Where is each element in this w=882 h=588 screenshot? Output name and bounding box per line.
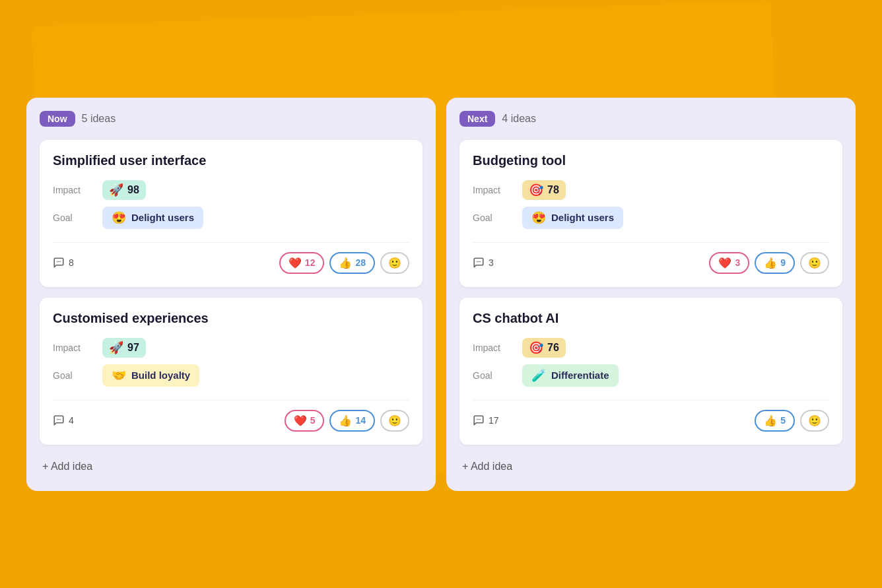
thumbs-button-card-sui[interactable]: 👍28: [329, 252, 375, 274]
column-count-now: 5 ideas: [82, 113, 116, 125]
heart-button-card-sui[interactable]: ❤️12: [279, 252, 325, 274]
goal-row-card-bt: Goal😍 Delight users: [473, 207, 829, 229]
emoji-button-card-ce[interactable]: 🙂: [380, 410, 409, 432]
card-footer-card-ce: 4❤️5👍14🙂: [53, 400, 409, 432]
goal-label-card-ce: Goal: [53, 370, 89, 381]
reactions-card-ce: ❤️5👍14🙂: [285, 410, 409, 432]
goal-row-card-cs: Goal🧪 Differentiate: [473, 364, 829, 387]
goal-row-card-ce: Goal🤝 Build loyalty: [53, 364, 409, 387]
card-title-card-bt: Budgeting tool: [473, 153, 829, 168]
card-title-card-sui: Simplified user interface: [53, 153, 409, 168]
goal-badge-card-sui: 😍 Delight users: [102, 207, 203, 229]
goal-label-card-bt: Goal: [473, 212, 509, 223]
reactions-card-cs: 👍5🙂: [755, 410, 829, 432]
column-header-next: Next4 ideas: [459, 111, 842, 127]
impact-badge-card-sui: 🚀 98: [102, 180, 146, 200]
impact-label-card-bt: Impact: [473, 185, 509, 195]
card-card-bt: Budgeting toolImpact🎯 78Goal😍 Delight us…: [459, 140, 842, 287]
goal-label-card-cs: Goal: [473, 370, 509, 381]
card-footer-card-sui: 8❤️12👍28🙂: [53, 242, 409, 274]
impact-label-card-ce: Impact: [53, 343, 89, 353]
impact-row-card-bt: Impact🎯 78: [473, 180, 829, 200]
thumbs-button-card-cs[interactable]: 👍5: [755, 410, 795, 432]
impact-badge-card-bt: 🎯 78: [522, 180, 566, 200]
impact-badge-card-ce: 🚀 97: [102, 338, 146, 358]
column-header-now: Now5 ideas: [40, 111, 423, 127]
add-idea-now[interactable]: + Add idea: [40, 455, 423, 478]
card-card-cs: CS chatbot AIImpact🎯 76Goal🧪 Differentia…: [459, 298, 842, 445]
card-title-card-ce: Customised experiences: [53, 311, 409, 326]
reactions-card-bt: ❤️3👍9🙂: [709, 252, 829, 274]
impact-label-card-sui: Impact: [53, 185, 89, 195]
goal-badge-card-bt: 😍 Delight users: [522, 207, 623, 229]
heart-button-card-bt[interactable]: ❤️3: [709, 252, 749, 274]
impact-row-card-sui: Impact🚀 98: [53, 180, 409, 200]
reactions-card-sui: ❤️12👍28🙂: [279, 252, 409, 274]
add-idea-next[interactable]: + Add idea: [459, 455, 842, 478]
card-footer-card-bt: 3❤️3👍9🙂: [473, 242, 829, 274]
emoji-button-card-bt[interactable]: 🙂: [800, 252, 829, 274]
comment-count-card-ce[interactable]: 4: [53, 414, 74, 426]
comment-count-card-sui[interactable]: 8: [53, 257, 74, 269]
column-badge-next: Next: [459, 111, 495, 127]
main-container: Now5 ideasSimplified user interfaceImpac…: [26, 98, 856, 491]
emoji-button-card-cs[interactable]: 🙂: [800, 410, 829, 432]
heart-button-card-ce[interactable]: ❤️5: [285, 410, 325, 432]
card-card-sui: Simplified user interfaceImpact🚀 98Goal😍…: [40, 140, 423, 287]
emoji-button-card-sui[interactable]: 🙂: [380, 252, 409, 274]
column-now: Now5 ideasSimplified user interfaceImpac…: [26, 98, 436, 491]
impact-badge-card-cs: 🎯 76: [522, 338, 566, 358]
goal-label-card-sui: Goal: [53, 212, 89, 223]
card-card-ce: Customised experiencesImpact🚀 97Goal🤝 Bu…: [40, 298, 423, 445]
impact-row-card-cs: Impact🎯 76: [473, 338, 829, 358]
goal-badge-card-cs: 🧪 Differentiate: [522, 364, 619, 387]
card-footer-card-cs: 17👍5🙂: [473, 400, 829, 432]
column-next: Next4 ideasBudgeting toolImpact🎯 78Goal😍…: [446, 98, 856, 491]
goal-badge-card-ce: 🤝 Build loyalty: [102, 364, 199, 387]
goal-row-card-sui: Goal😍 Delight users: [53, 207, 409, 229]
card-title-card-cs: CS chatbot AI: [473, 311, 829, 326]
comment-count-card-bt[interactable]: 3: [473, 257, 494, 269]
impact-row-card-ce: Impact🚀 97: [53, 338, 409, 358]
comment-count-card-cs[interactable]: 17: [473, 414, 499, 426]
thumbs-button-card-ce[interactable]: 👍14: [329, 410, 375, 432]
thumbs-button-card-bt[interactable]: 👍9: [755, 252, 795, 274]
column-badge-now: Now: [40, 111, 75, 127]
impact-label-card-cs: Impact: [473, 343, 509, 353]
column-count-next: 4 ideas: [502, 113, 536, 125]
